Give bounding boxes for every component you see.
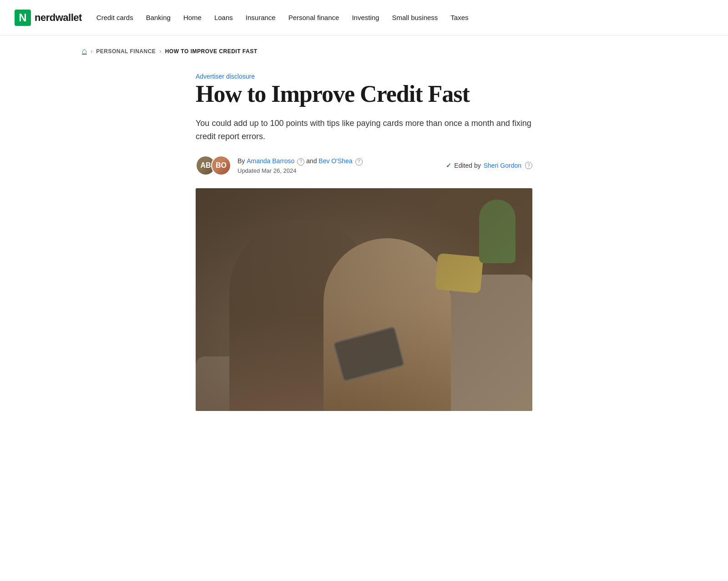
article-container: Advertiser disclosure How to Improve Cre… [177,61,551,429]
author-updated: Updated Mar 26, 2024 [238,167,363,174]
nav-link-banking[interactable]: Banking [146,14,171,21]
authors-right: ✓ Edited by Sheri Gordon ? [446,162,532,169]
nav-link-personal-finance[interactable]: Personal finance [288,14,339,21]
nav-link-insurance[interactable]: Insurance [246,14,276,21]
nav-item-home: Home [183,14,202,22]
avatar-2: BO [211,155,231,175]
article-title: How to Improve Credit Fast [196,80,532,108]
nav-item-taxes: Taxes [450,14,468,22]
breadcrumb-sep-1: › [91,48,92,55]
hero-overlay [196,188,532,411]
nav-item-loans: Loans [214,14,233,22]
avatar-1-initials: AB [200,161,211,170]
article-subtitle: You could add up to 100 points with tips… [196,117,532,143]
hero-image [196,188,532,411]
advertiser-disclosure-link[interactable]: Advertiser disclosure [196,73,255,80]
nav-item-investing: Investing [352,14,379,22]
navbar: N nerdwallet Credit cardsBankingHomeLoan… [0,0,728,35]
author1-link[interactable]: Amanda Barroso [247,157,294,165]
home-icon: ⌂ [82,46,87,55]
author-info: By Amanda Barroso ? and Bev O'Shea ? Upd… [238,157,363,174]
editor-link[interactable]: Sheri Gordon [484,162,521,169]
logo-link[interactable]: N nerdwallet [15,10,82,26]
avatars: AB BO [196,155,231,175]
breadcrumb: ⌂ › Personal Finance › How to Improve Cr… [0,35,728,61]
nav-link-credit-cards[interactable]: Credit cards [96,14,133,21]
byline-connector: and [306,157,318,165]
nav-link-loans[interactable]: Loans [214,14,233,21]
check-icon: ✓ [446,162,451,169]
author1-info-icon[interactable]: ? [297,158,304,165]
nav-item-credit-cards: Credit cards [96,14,133,22]
avatar-image-2: BO [212,156,230,175]
nav-link-home[interactable]: Home [183,14,202,21]
nav-item-small-business: Small business [392,14,438,22]
logo-text: nerdwallet [35,12,82,24]
authors-left: AB BO By Amanda Barroso ? and Bev O'Shea… [196,155,363,175]
edited-prefix: Edited by [454,162,480,169]
author2-info-icon[interactable]: ? [355,158,363,165]
byline-prefix: By [238,157,245,165]
nav-link-investing[interactable]: Investing [352,14,379,21]
breadcrumb-home-link[interactable]: ⌂ [82,46,87,56]
breadcrumb-current: How to Improve Credit Fast [165,48,258,55]
hero-image-bg [196,188,532,411]
nav-item-insurance: Insurance [246,14,276,22]
nav-links: Credit cardsBankingHomeLoansInsurancePer… [96,14,469,22]
nav-item-banking: Banking [146,14,171,22]
nav-link-taxes[interactable]: Taxes [450,14,468,21]
authors-row: AB BO By Amanda Barroso ? and Bev O'Shea… [196,155,532,175]
author2-link[interactable]: Bev O'Shea [318,157,352,165]
breadcrumb-sep-2: › [159,48,161,55]
author-byline: By Amanda Barroso ? and Bev O'Shea ? [238,157,363,165]
nav-item-personal-finance: Personal finance [288,14,339,22]
breadcrumb-personal-finance-link[interactable]: Personal Finance [96,48,156,55]
nav-link-small-business[interactable]: Small business [392,14,438,21]
svg-text:N: N [19,11,26,23]
editor-info-icon[interactable]: ? [525,162,532,169]
avatar-2-initials: BO [216,161,227,170]
nerdwallet-logo-icon: N [15,10,31,26]
